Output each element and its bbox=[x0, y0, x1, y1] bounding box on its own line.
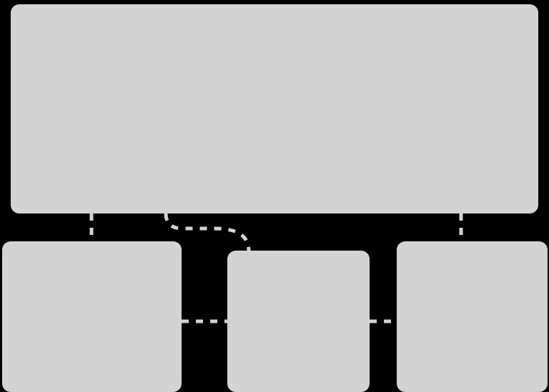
top-box bbox=[11, 4, 538, 213]
child-box-1 bbox=[2, 241, 182, 392]
child-box-3 bbox=[397, 241, 548, 392]
child-box-2 bbox=[227, 251, 370, 392]
